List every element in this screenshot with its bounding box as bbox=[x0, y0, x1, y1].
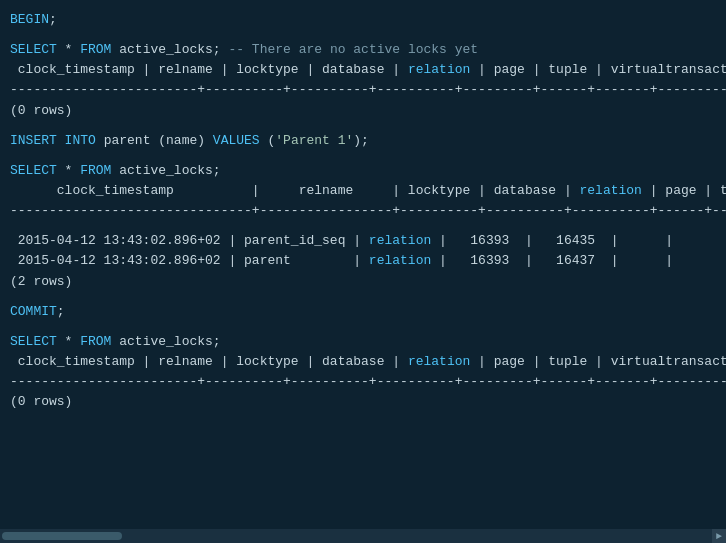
line-select3: SELECT * FROM active_locks; bbox=[10, 332, 716, 352]
scrollbar[interactable]: ► bbox=[0, 529, 726, 543]
line-divider2: -------------------------------+--------… bbox=[10, 201, 716, 221]
line-divider1: ------------------------+----------+----… bbox=[10, 80, 716, 100]
line-commit: COMMIT; bbox=[10, 302, 716, 322]
terminal-content: BEGIN; SELECT * FROM active_locks; -- Th… bbox=[0, 10, 726, 530]
line-rows3: (0 rows) bbox=[10, 392, 716, 412]
line-insert: INSERT INTO parent (name) VALUES ('Paren… bbox=[10, 131, 716, 151]
line-divider3: ------------------------+----------+----… bbox=[10, 372, 716, 392]
line-header2: clock_timestamp | relname | locktype | d… bbox=[10, 181, 716, 201]
line-rows2: (2 rows) bbox=[10, 272, 716, 292]
select-kw3: SELECT bbox=[10, 334, 57, 349]
string-val: 'Parent 1' bbox=[275, 133, 353, 148]
insert-kw: INSERT INTO bbox=[10, 133, 96, 148]
select-kw2: SELECT bbox=[10, 163, 57, 178]
scrollbar-right-arrow[interactable]: ► bbox=[712, 529, 726, 543]
blank-line2 bbox=[10, 121, 716, 131]
line-data1: 2015-04-12 13:43:02.896+02 | parent_id_s… bbox=[10, 231, 716, 251]
line-header1: clock_timestamp | relname | locktype | d… bbox=[10, 60, 716, 80]
line-begin: BEGIN; bbox=[10, 10, 716, 30]
line-select2: SELECT * FROM active_locks; bbox=[10, 161, 716, 181]
line-data2: 2015-04-12 13:43:02.896+02 | parent | re… bbox=[10, 251, 716, 271]
from-kw1: FROM bbox=[80, 42, 111, 57]
blank-line3 bbox=[10, 151, 716, 161]
terminal-window: BEGIN; SELECT * FROM active_locks; -- Th… bbox=[0, 0, 726, 543]
from-kw2: FROM bbox=[80, 163, 111, 178]
begin-keyword: BEGIN bbox=[10, 12, 49, 27]
line-rows1: (0 rows) bbox=[10, 101, 716, 121]
line-header3: clock_timestamp | relname | locktype | d… bbox=[10, 352, 716, 372]
blank-line4 bbox=[10, 221, 716, 231]
comment1: -- There are no active locks yet bbox=[228, 42, 478, 57]
line-select1: SELECT * FROM active_locks; -- There are… bbox=[10, 40, 716, 60]
blank-line6 bbox=[10, 322, 716, 332]
from-kw3: FROM bbox=[80, 334, 111, 349]
scrollbar-track[interactable] bbox=[2, 532, 710, 540]
blank-line bbox=[10, 30, 716, 40]
blank-line5 bbox=[10, 292, 716, 302]
scrollbar-thumb[interactable] bbox=[2, 532, 122, 540]
commit-kw: COMMIT bbox=[10, 304, 57, 319]
select-kw1: SELECT bbox=[10, 42, 57, 57]
values-kw: VALUES bbox=[213, 133, 260, 148]
